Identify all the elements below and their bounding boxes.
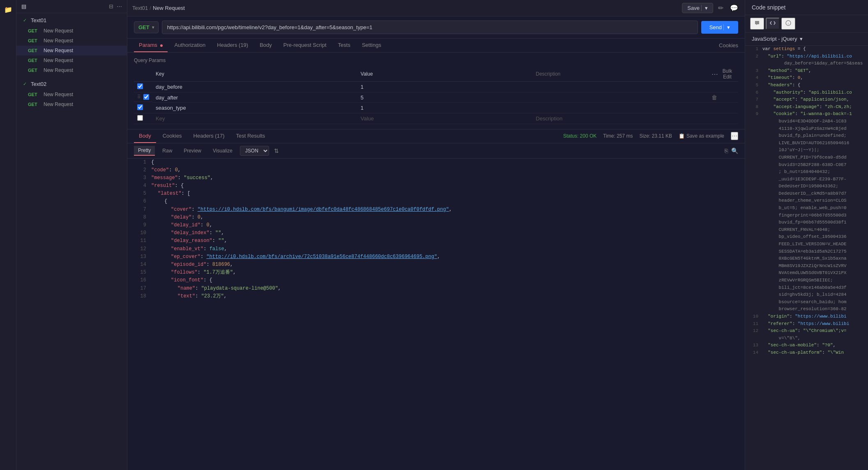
sidebar-request-2[interactable]: GET New Request: [16, 46, 127, 55]
response-more-button[interactable]: ⋯: [731, 132, 738, 140]
method-select[interactable]: GET ▾: [134, 21, 159, 33]
save-example-button[interactable]: 📋 Save as example: [679, 133, 724, 139]
json-line-10: 10 "delay_index": "",: [127, 229, 745, 237]
snippet-line: buvid4=E3D4DDDF-2AB4-1C83: [745, 118, 868, 125]
format-select[interactable]: JSON XML HTML Text: [240, 146, 269, 156]
response-size: Size: 23.11 KB: [640, 133, 672, 139]
json-content: "follows": "1.7万追番",: [151, 269, 236, 276]
param-1-desc[interactable]: [532, 92, 708, 103]
snippet-line: v=\"8\",: [745, 335, 868, 342]
json-content: "result": {: [151, 182, 184, 190]
param-placeholder-key[interactable]: Key: [152, 113, 357, 124]
collection-text01-header[interactable]: ✓ Text01: [16, 15, 127, 26]
param-0-value[interactable]: 1: [357, 82, 532, 92]
cookies-button[interactable]: Cookies: [719, 42, 738, 48]
param-2-checkbox[interactable]: [137, 104, 143, 110]
save-example-label: Save as example: [686, 133, 724, 139]
json-line-2: 2 "code": 0,: [127, 166, 745, 174]
sidebar-request-1[interactable]: GET New Request: [16, 36, 127, 46]
comment-button[interactable]: 💬: [728, 2, 740, 14]
param-2-key[interactable]: season_type: [152, 103, 357, 113]
resp-tab-headers-label: Headers (17): [193, 133, 225, 139]
param-placeholder-value[interactable]: Value: [357, 113, 532, 124]
drag-handle-icon[interactable]: ⠿: [137, 94, 141, 100]
resp-tab-cookies[interactable]: Cookies: [158, 129, 187, 143]
search-code-button[interactable]: 🔍: [731, 147, 738, 154]
breadcrumb-request: New Request: [153, 5, 185, 11]
param-placeholder-desc[interactable]: Description: [532, 113, 708, 124]
rp-tab-code[interactable]: [766, 18, 780, 30]
rp-tab-chat[interactable]: [750, 18, 764, 30]
resp-tab-testresults[interactable]: Test Results: [231, 129, 270, 143]
col-header-value: Value: [357, 67, 532, 82]
param-1-value[interactable]: 5: [357, 92, 532, 103]
tab-params[interactable]: Params: [134, 39, 168, 52]
param-1-key[interactable]: day_after: [152, 92, 357, 103]
collection-text02-label: Text02: [31, 81, 46, 87]
collection-check-icon: ✓: [23, 18, 27, 23]
tab-authorization-label: Authorization: [174, 42, 205, 48]
json-line-9: 9 "delay_id": 0,: [127, 221, 745, 229]
snippet-line: bp_video_offset_195004336: [745, 233, 868, 241]
params-more-button[interactable]: ⋯: [711, 70, 718, 78]
view-pretty-button[interactable]: Pretty: [134, 146, 155, 156]
send-button[interactable]: Send ▾: [701, 21, 738, 34]
snippet-line: DedeUserID=1950043362;: [745, 183, 868, 190]
sidebar-request-3[interactable]: GET New Request: [16, 55, 127, 65]
tab-prerequest[interactable]: Pre-request Script: [279, 39, 332, 52]
resp-tab-headers[interactable]: Headers (17): [189, 129, 230, 143]
tab-headers[interactable]: Headers (19): [212, 39, 253, 52]
code-view-bar: Pretty Raw Preview Visualize JSON XML HT…: [127, 143, 745, 159]
snippet-line: 8 "accept-language": "zh-CN,zh;: [745, 104, 868, 111]
view-preview-button[interactable]: Preview: [180, 146, 205, 155]
snippet-line: day_before=1&day_after=5&seas: [745, 60, 868, 67]
filter-icon[interactable]: ⇅: [274, 147, 279, 154]
sidebar-request-6[interactable]: GET New Request: [16, 99, 127, 109]
line-num: 1: [134, 159, 146, 166]
param-1-checkbox[interactable]: [143, 94, 149, 100]
param-1-delete[interactable]: 🗑: [711, 94, 717, 101]
param-0-desc[interactable]: [532, 82, 708, 92]
resp-tab-testresults-label: Test Results: [236, 133, 265, 139]
bulk-edit-button[interactable]: Bulk Edit: [720, 68, 735, 80]
collection-text01-label: Text01: [31, 17, 46, 23]
request-label: New Request: [44, 28, 73, 34]
filter-icon[interactable]: ⊟: [109, 3, 113, 9]
tab-tests[interactable]: Tests: [333, 39, 355, 52]
json-line-7: 7 "cover": "https://i0.hdslb.com/bfs/ban…: [127, 206, 745, 214]
tab-authorization[interactable]: Authorization: [169, 39, 210, 52]
edit-button[interactable]: ✏: [716, 2, 725, 14]
resp-tab-cookies-label: Cookies: [163, 133, 182, 139]
view-visualize-button[interactable]: Visualize: [209, 146, 237, 155]
copy-code-button[interactable]: ⎘: [725, 147, 728, 154]
param-placeholder-checkbox[interactable]: [137, 115, 143, 121]
more-options-icon[interactable]: ⋯: [117, 3, 122, 9]
send-dropdown-arrow[interactable]: ▾: [723, 24, 730, 30]
sidebar-request-4[interactable]: GET New Request: [16, 65, 127, 75]
tab-params-label: Params: [139, 42, 157, 48]
url-input[interactable]: [162, 21, 698, 34]
language-selector[interactable]: JavaScript - jQuery ▾: [745, 32, 868, 46]
param-2-value[interactable]: 1: [357, 103, 532, 113]
resp-tab-body[interactable]: Body: [134, 129, 156, 143]
param-2-desc[interactable]: [532, 103, 708, 113]
tab-body[interactable]: Body: [255, 39, 277, 52]
sidebar-request-0[interactable]: GET New Request: [16, 26, 127, 36]
snippet-line: buvid_fp=06b67d55500d38f1: [745, 219, 868, 226]
sidebar: ▤ ⊟ ⋯ ✓ Text01 GET New Request GET New R…: [16, 0, 127, 470]
snippet-line: 4 "timeout": 0,: [745, 74, 868, 82]
save-button[interactable]: Save ▾: [682, 3, 713, 13]
snippet-code: 1var settings = { 2 "url": "https://api.…: [745, 46, 868, 470]
collections-icon[interactable]: 📁: [2, 3, 15, 16]
tab-settings[interactable]: Settings: [357, 39, 386, 52]
param-0-checkbox[interactable]: [137, 83, 143, 89]
sidebar-request-5[interactable]: GET New Request: [16, 90, 127, 99]
response-tabs-bar: Body Cookies Headers (17) Test Results S…: [127, 129, 745, 143]
json-line-5: 5 "latest": [: [127, 190, 745, 198]
rp-tab-info[interactable]: i: [781, 18, 795, 30]
collection-text02-header[interactable]: ✓ Text02: [16, 78, 127, 90]
code-icon: [770, 20, 776, 26]
view-raw-button[interactable]: Raw: [158, 146, 176, 155]
save-dropdown-arrow[interactable]: ▾: [701, 5, 708, 11]
param-0-key[interactable]: day_before: [152, 82, 357, 92]
